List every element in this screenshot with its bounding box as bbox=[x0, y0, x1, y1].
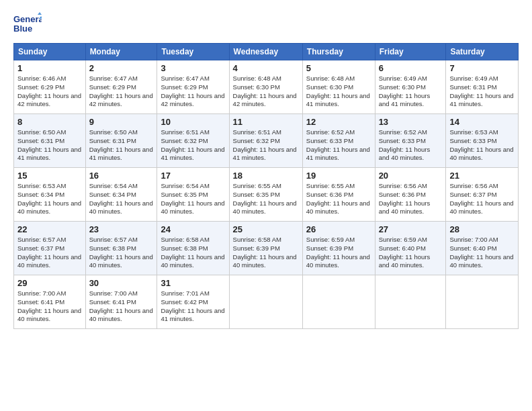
day-detail: Sunrise: 6:54 AMSunset: 6:35 PMDaylight:… bbox=[161, 182, 224, 215]
day-number: 3 bbox=[161, 63, 225, 73]
day-detail: Sunrise: 6:55 AMSunset: 6:36 PMDaylight:… bbox=[306, 182, 370, 215]
calendar-cell: 22 Sunrise: 6:57 AMSunset: 6:37 PMDaylig… bbox=[14, 222, 86, 275]
header-sunday: Sunday bbox=[14, 44, 86, 60]
calendar-cell: 7 Sunrise: 6:49 AMSunset: 6:31 PMDayligh… bbox=[446, 60, 519, 114]
day-number: 14 bbox=[449, 117, 515, 127]
day-detail: Sunrise: 6:53 AMSunset: 6:33 PMDaylight:… bbox=[449, 128, 513, 161]
calendar-cell: 3 Sunrise: 6:47 AMSunset: 6:29 PMDayligh… bbox=[157, 60, 229, 114]
day-number: 19 bbox=[306, 171, 371, 181]
header-monday: Monday bbox=[85, 44, 157, 60]
day-detail: Sunrise: 6:51 AMSunset: 6:32 PMDaylight:… bbox=[161, 128, 224, 161]
calendar-cell: 28 Sunrise: 7:00 AMSunset: 6:40 PMDaylig… bbox=[446, 222, 519, 275]
calendar-body: 1 Sunrise: 6:46 AMSunset: 6:29 PMDayligh… bbox=[14, 60, 519, 329]
day-detail: Sunrise: 6:48 AMSunset: 6:30 PMDaylight:… bbox=[233, 75, 297, 107]
header-thursday: Thursday bbox=[302, 44, 375, 60]
day-number: 29 bbox=[17, 278, 82, 288]
header-tuesday: Tuesday bbox=[157, 44, 229, 60]
calendar-cell: 24 Sunrise: 6:58 AMSunset: 6:38 PMDaylig… bbox=[157, 222, 229, 275]
calendar-cell: 8 Sunrise: 6:50 AMSunset: 6:31 PMDayligh… bbox=[14, 114, 86, 168]
header-friday: Friday bbox=[375, 44, 446, 60]
header: General Blue bbox=[13, 12, 519, 36]
calendar-cell: 30 Sunrise: 7:00 AMSunset: 6:41 PMDaylig… bbox=[85, 275, 157, 329]
day-detail: Sunrise: 6:51 AMSunset: 6:32 PMDaylight:… bbox=[233, 128, 297, 161]
calendar-cell: 11 Sunrise: 6:51 AMSunset: 6:32 PMDaylig… bbox=[229, 114, 302, 168]
day-number: 31 bbox=[161, 278, 225, 288]
calendar-cell: 21 Sunrise: 6:56 AMSunset: 6:37 PMDaylig… bbox=[446, 168, 519, 222]
calendar-cell: 2 Sunrise: 6:47 AMSunset: 6:29 PMDayligh… bbox=[85, 60, 157, 114]
day-number: 11 bbox=[233, 117, 299, 127]
calendar-cell bbox=[375, 275, 446, 329]
day-number: 7 bbox=[449, 63, 515, 73]
day-number: 17 bbox=[161, 171, 225, 181]
day-detail: Sunrise: 6:50 AMSunset: 6:31 PMDaylight:… bbox=[89, 128, 153, 161]
day-detail: Sunrise: 6:57 AMSunset: 6:37 PMDaylight:… bbox=[17, 236, 81, 269]
calendar-week-1: 1 Sunrise: 6:46 AMSunset: 6:29 PMDayligh… bbox=[14, 60, 519, 114]
calendar-cell: 12 Sunrise: 6:52 AMSunset: 6:33 PMDaylig… bbox=[302, 114, 375, 168]
calendar-cell: 29 Sunrise: 7:00 AMSunset: 6:41 PMDaylig… bbox=[14, 275, 86, 329]
day-detail: Sunrise: 6:52 AMSunset: 6:33 PMDaylight:… bbox=[379, 128, 431, 161]
day-detail: Sunrise: 6:47 AMSunset: 6:29 PMDaylight:… bbox=[161, 75, 224, 107]
calendar-week-3: 15 Sunrise: 6:53 AMSunset: 6:34 PMDaylig… bbox=[14, 168, 519, 222]
day-number: 16 bbox=[89, 171, 154, 181]
day-number: 24 bbox=[161, 224, 225, 234]
day-number: 10 bbox=[161, 117, 225, 127]
day-detail: Sunrise: 6:56 AMSunset: 6:36 PMDaylight:… bbox=[379, 182, 431, 215]
calendar-cell: 5 Sunrise: 6:48 AMSunset: 6:30 PMDayligh… bbox=[302, 60, 375, 114]
calendar-cell bbox=[302, 275, 375, 329]
day-number: 9 bbox=[89, 117, 154, 127]
day-detail: Sunrise: 6:59 AMSunset: 6:39 PMDaylight:… bbox=[306, 236, 370, 269]
day-detail: Sunrise: 6:55 AMSunset: 6:35 PMDaylight:… bbox=[233, 182, 297, 215]
calendar-cell: 26 Sunrise: 6:59 AMSunset: 6:39 PMDaylig… bbox=[302, 222, 375, 275]
page: General Blue Sunday Monday Tuesday Wedne… bbox=[0, 0, 532, 411]
calendar-week-5: 29 Sunrise: 7:00 AMSunset: 6:41 PMDaylig… bbox=[14, 275, 519, 329]
day-detail: Sunrise: 6:49 AMSunset: 6:31 PMDaylight:… bbox=[449, 75, 513, 107]
day-detail: Sunrise: 7:00 AMSunset: 6:41 PMDaylight:… bbox=[89, 289, 153, 322]
day-detail: Sunrise: 7:00 AMSunset: 6:41 PMDaylight:… bbox=[17, 289, 81, 322]
day-detail: Sunrise: 6:57 AMSunset: 6:38 PMDaylight:… bbox=[89, 236, 153, 269]
day-detail: Sunrise: 7:00 AMSunset: 6:40 PMDaylight:… bbox=[449, 236, 513, 269]
calendar-cell: 13 Sunrise: 6:52 AMSunset: 6:33 PMDaylig… bbox=[375, 114, 446, 168]
day-detail: Sunrise: 6:49 AMSunset: 6:30 PMDaylight:… bbox=[379, 75, 431, 107]
calendar-cell: 31 Sunrise: 7:01 AMSunset: 6:42 PMDaylig… bbox=[157, 275, 229, 329]
day-detail: Sunrise: 6:50 AMSunset: 6:31 PMDaylight:… bbox=[17, 128, 81, 161]
header-wednesday: Wednesday bbox=[229, 44, 302, 60]
svg-text:General: General bbox=[13, 14, 42, 24]
day-number: 1 bbox=[17, 63, 82, 73]
day-number: 8 bbox=[17, 117, 82, 127]
day-number: 26 bbox=[306, 224, 371, 234]
calendar-cell: 17 Sunrise: 6:54 AMSunset: 6:35 PMDaylig… bbox=[157, 168, 229, 222]
day-detail: Sunrise: 6:48 AMSunset: 6:30 PMDaylight:… bbox=[306, 75, 370, 107]
calendar-cell: 6 Sunrise: 6:49 AMSunset: 6:30 PMDayligh… bbox=[375, 60, 446, 114]
calendar-cell: 18 Sunrise: 6:55 AMSunset: 6:35 PMDaylig… bbox=[229, 168, 302, 222]
day-detail: Sunrise: 6:54 AMSunset: 6:34 PMDaylight:… bbox=[89, 182, 153, 215]
day-number: 12 bbox=[306, 117, 371, 127]
calendar-cell: 16 Sunrise: 6:54 AMSunset: 6:34 PMDaylig… bbox=[85, 168, 157, 222]
svg-text:Blue: Blue bbox=[13, 24, 32, 34]
calendar-cell: 23 Sunrise: 6:57 AMSunset: 6:38 PMDaylig… bbox=[85, 222, 157, 275]
day-number: 2 bbox=[89, 63, 154, 73]
day-number: 15 bbox=[17, 171, 82, 181]
day-number: 21 bbox=[449, 171, 515, 181]
calendar-cell bbox=[446, 275, 519, 329]
day-number: 23 bbox=[89, 224, 154, 234]
day-detail: Sunrise: 6:59 AMSunset: 6:40 PMDaylight:… bbox=[379, 236, 431, 269]
day-number: 4 bbox=[233, 63, 299, 73]
day-detail: Sunrise: 7:01 AMSunset: 6:42 PMDaylight:… bbox=[161, 289, 224, 322]
day-header-row: Sunday Monday Tuesday Wednesday Thursday… bbox=[14, 44, 519, 60]
calendar-cell: 14 Sunrise: 6:53 AMSunset: 6:33 PMDaylig… bbox=[446, 114, 519, 168]
calendar-cell: 10 Sunrise: 6:51 AMSunset: 6:32 PMDaylig… bbox=[157, 114, 229, 168]
day-detail: Sunrise: 6:58 AMSunset: 6:39 PMDaylight:… bbox=[233, 236, 297, 269]
day-detail: Sunrise: 6:56 AMSunset: 6:37 PMDaylight:… bbox=[449, 182, 513, 215]
calendar-cell: 4 Sunrise: 6:48 AMSunset: 6:30 PMDayligh… bbox=[229, 60, 302, 114]
calendar-cell: 25 Sunrise: 6:58 AMSunset: 6:39 PMDaylig… bbox=[229, 222, 302, 275]
day-detail: Sunrise: 6:46 AMSunset: 6:29 PMDaylight:… bbox=[17, 75, 81, 107]
day-detail: Sunrise: 6:47 AMSunset: 6:29 PMDaylight:… bbox=[89, 75, 153, 107]
day-number: 27 bbox=[379, 224, 443, 234]
calendar-cell: 27 Sunrise: 6:59 AMSunset: 6:40 PMDaylig… bbox=[375, 222, 446, 275]
calendar-cell: 15 Sunrise: 6:53 AMSunset: 6:34 PMDaylig… bbox=[14, 168, 86, 222]
calendar-week-4: 22 Sunrise: 6:57 AMSunset: 6:37 PMDaylig… bbox=[14, 222, 519, 275]
calendar-header: Sunday Monday Tuesday Wednesday Thursday… bbox=[14, 44, 519, 60]
day-number: 6 bbox=[379, 63, 443, 73]
day-number: 5 bbox=[306, 63, 371, 73]
day-number: 13 bbox=[379, 117, 443, 127]
